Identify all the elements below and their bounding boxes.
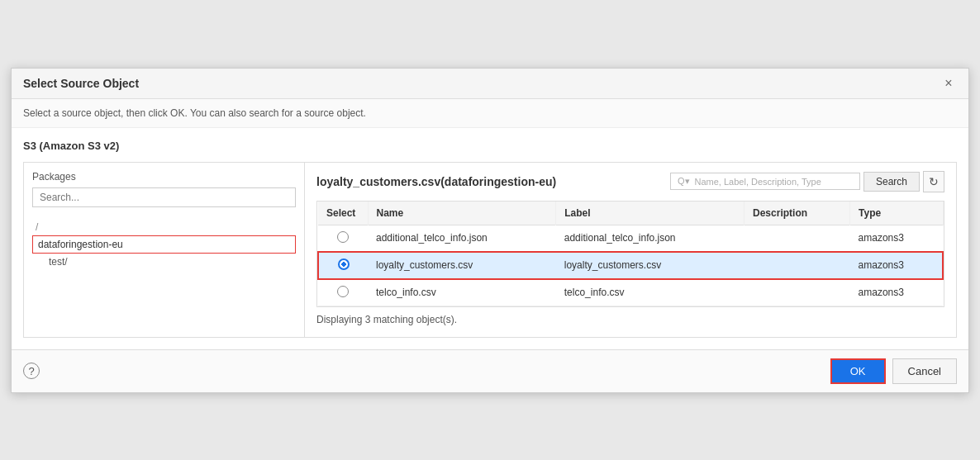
- table-row-selected[interactable]: loyalty_customers.csv loyalty_customers.…: [318, 252, 943, 279]
- cell-desc-1: [745, 225, 850, 252]
- dialog-header: Select Source Object ×: [12, 69, 968, 99]
- search-bar-placeholder[interactable]: Name, Label, Description, Type: [695, 177, 821, 187]
- tree-item-test[interactable]: test/: [32, 254, 296, 270]
- col-description: Description: [745, 202, 850, 225]
- search-button[interactable]: Search: [863, 172, 920, 192]
- radio-btn-2[interactable]: [338, 258, 350, 270]
- refresh-button[interactable]: ↻: [923, 171, 944, 192]
- col-name: Name: [368, 202, 556, 225]
- tree-item-dataforingestion[interactable]: dataforingestion-eu: [32, 235, 296, 254]
- cell-label-1: additional_telco_info.json: [556, 225, 745, 252]
- search-bar: Q▾ Name, Label, Description, Type Search…: [670, 171, 944, 192]
- dialog-subtitle: Select a source object, then click OK. Y…: [12, 99, 968, 128]
- cell-desc-3: [745, 279, 850, 306]
- table-row[interactable]: additional_telco_info.json additional_te…: [318, 225, 943, 252]
- tree-item-label: dataforingestion-eu: [38, 239, 123, 250]
- dialog-footer: ? OK Cancel: [12, 349, 968, 392]
- cell-name-3: telco_info.csv: [368, 279, 556, 306]
- tree-area: / dataforingestion-eu test/: [32, 216, 296, 273]
- cell-name-2: loyalty_customers.csv: [368, 252, 556, 279]
- packages-search-container[interactable]: [32, 187, 296, 207]
- close-button[interactable]: ×: [940, 75, 957, 92]
- col-type: Type: [850, 202, 943, 225]
- table-row[interactable]: telco_info.csv telco_info.csv amazons3: [318, 279, 943, 306]
- dialog-title: Select Source Object: [23, 77, 139, 90]
- help-button[interactable]: ?: [23, 363, 40, 379]
- footer-buttons: OK Cancel: [830, 358, 957, 384]
- radio-cell-2[interactable]: [318, 252, 368, 279]
- right-panel: loyalty_customers.csv(dataforingestion-e…: [305, 163, 956, 337]
- content-area: Packages / dataforingestion-eu test/: [23, 162, 957, 338]
- results-table: Select Name Label Description Type: [317, 202, 944, 306]
- packages-search-input[interactable]: [32, 187, 296, 207]
- right-header: loyalty_customers.csv(dataforingestion-e…: [316, 171, 944, 192]
- tree-item-test-label: test/: [49, 256, 68, 268]
- col-select: Select: [318, 202, 368, 225]
- cell-label-2: loyalty_customers.csv: [556, 252, 745, 279]
- tree-item-slash[interactable]: /: [32, 219, 296, 235]
- left-panel: Packages / dataforingestion-eu test/: [24, 163, 305, 337]
- col-label: Label: [556, 202, 745, 225]
- cell-type-1: amazons3: [850, 225, 943, 252]
- results-table-container: Select Name Label Description Type: [316, 201, 944, 307]
- ok-button[interactable]: OK: [830, 358, 886, 384]
- cell-label-3: telco_info.csv: [556, 279, 745, 306]
- cell-name-1: additional_telco_info.json: [368, 225, 556, 252]
- cancel-button[interactable]: Cancel: [892, 358, 957, 384]
- cell-type-3: amazons3: [850, 279, 943, 306]
- slash-icon: /: [36, 221, 38, 233]
- radio-btn-1[interactable]: [337, 231, 349, 243]
- cell-type-2: amazons3: [850, 252, 943, 279]
- radio-cell-1[interactable]: [318, 225, 368, 252]
- table-header-row: Select Name Label Description Type: [318, 202, 943, 225]
- status-bar: Displaying 3 matching object(s).: [316, 307, 944, 329]
- cell-desc-2: [745, 252, 850, 279]
- radio-cell-3[interactable]: [318, 279, 368, 306]
- dialog: Select Source Object × Select a source o…: [11, 68, 969, 393]
- object-title: loyalty_customers.csv(dataforingestion-e…: [316, 175, 556, 188]
- radio-btn-3[interactable]: [337, 286, 349, 297]
- section-title: S3 (Amazon S3 v2): [23, 140, 957, 152]
- search-bar-input-container: Q▾ Name, Label, Description, Type: [670, 173, 860, 190]
- search-q-icon: Q▾: [678, 176, 690, 187]
- dialog-body: S3 (Amazon S3 v2) Packages / dataforinge…: [12, 128, 968, 349]
- packages-label: Packages: [32, 171, 296, 183]
